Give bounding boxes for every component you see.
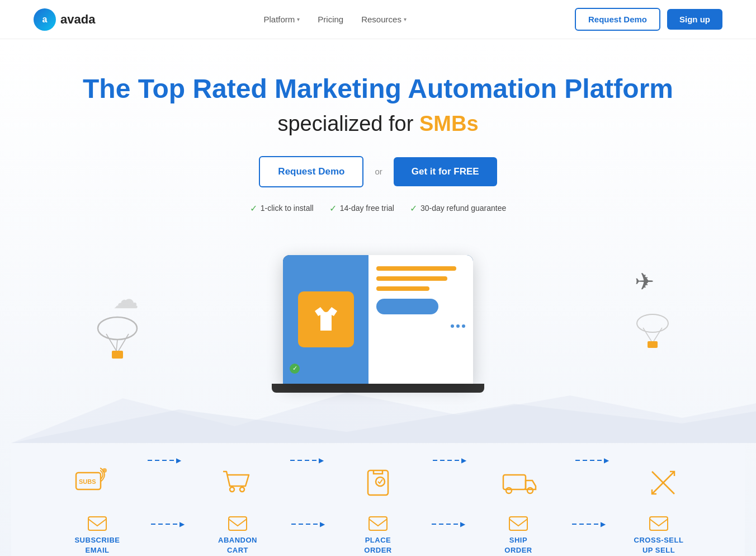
laptop-body: ✓ (272, 255, 484, 393)
shirt-icon (309, 303, 343, 336)
laptop-illustration: ☁ ✈ (11, 236, 745, 393)
dashed-arrow-1: ▶ (150, 520, 185, 550)
product-card-icon (298, 291, 354, 347)
nav-pricing[interactable]: Pricing (318, 15, 343, 24)
arrow-right-icon: ▶ (179, 520, 185, 528)
hero-title: The Top Rated Marketing Automation Platf… (11, 73, 745, 105)
mountain-svg (11, 387, 756, 443)
nav-actions: Request Demo Sign up (575, 8, 722, 31)
arrow-3: ▶ (431, 456, 467, 487)
step-ship (467, 466, 574, 500)
svg-point-14 (230, 487, 234, 492)
arrow-right-icon: ▶ (176, 456, 181, 464)
svg-point-13 (102, 468, 107, 473)
truck-icon (501, 466, 540, 500)
envelope-subscribe: SUBSCRIBE EMAIL (44, 516, 150, 555)
svg-rect-26 (509, 517, 527, 530)
nav-signup-button[interactable]: Sign up (667, 9, 722, 30)
chevron-down-icon: ▾ (297, 16, 300, 22)
arrow-right-icon: ▶ (601, 520, 606, 528)
hero-request-demo-button[interactable]: Request Demo (259, 156, 363, 187)
svg-point-20 (527, 488, 533, 493)
svg-text:SUBS: SUBS (79, 478, 96, 485)
screen-line-3 (376, 286, 429, 291)
workflow-section: SUBS ▶ (11, 445, 745, 556)
hero-badges: ✓ 1-click to install ✓ 14-day free trial… (11, 203, 745, 214)
envelope-icon (649, 516, 669, 531)
screen-dots (376, 324, 465, 328)
envelope-icon (228, 516, 248, 531)
envelope-ship: SHIP ORDER (465, 516, 571, 555)
logo-icon: a (34, 8, 56, 31)
step-subscribe: SUBS (40, 466, 146, 500)
screen-left-panel: ✓ (283, 255, 368, 384)
step-place (325, 466, 431, 500)
float-right-decor: ✈ (616, 268, 672, 359)
nav-links: Platform ▾ Pricing Resources ▾ (263, 15, 406, 24)
arrow-right-icon: ▶ (604, 456, 609, 464)
svg-line-6 (643, 328, 651, 341)
envelope-place: PLACE ORDER (325, 516, 431, 555)
dashed-arrow-3: ▶ (431, 520, 465, 550)
arrow-right-icon: ▶ (320, 520, 325, 528)
nav-request-demo-button[interactable]: Request Demo (575, 8, 660, 31)
svg-rect-23 (88, 517, 106, 530)
screen-line-2 (376, 276, 447, 281)
float-left-decor: ☁ (112, 284, 140, 365)
arrow-right-icon: ▶ (460, 520, 465, 528)
parachute-right-icon (633, 307, 672, 357)
airplane-icon: ✈ (616, 268, 672, 295)
check-icon: ✓ (250, 203, 257, 214)
envelope-icon (508, 516, 528, 531)
laptop-screen-area: ✓ (283, 255, 473, 384)
logo-text: avada (60, 12, 95, 27)
envelope-crosssell: CROSS-SELL UP SELL (606, 516, 712, 555)
hero-section: The Top Rated Marketing Automation Platf… (0, 39, 756, 556)
arrow-4: ▶ (574, 456, 610, 487)
dashed-arrow-4: ▶ (571, 520, 606, 550)
dashed-arrow-2: ▶ (291, 520, 325, 550)
envelope-icon (368, 516, 388, 531)
svg-rect-8 (648, 341, 658, 348)
navbar: a avada Platform ▾ Pricing Resources ▾ R… (0, 0, 756, 39)
badge-refund: ✓ 30-day refund guarantee (410, 203, 506, 214)
cart-icon (219, 466, 252, 500)
svg-point-0 (98, 317, 137, 340)
nav-platform[interactable]: Platform ▾ (263, 15, 300, 24)
arrow-right-icon: ▶ (319, 456, 324, 464)
arrow-2: ▶ (289, 456, 325, 487)
subscribe-icon: SUBS (73, 466, 112, 500)
clipboard-icon (361, 466, 395, 500)
cloud-icon: ☁ (113, 284, 139, 314)
hero-buttons: Request Demo or Get it for FREE (11, 156, 745, 187)
step-crosssell (610, 466, 716, 500)
check-icon: ✓ (329, 203, 337, 214)
envelope-icon (87, 516, 107, 531)
arrow-right-icon: ▶ (461, 456, 466, 464)
arrow-1: ▶ (146, 456, 182, 487)
svg-rect-24 (229, 517, 247, 530)
workflow-envelope-row: SUBSCRIBE EMAIL ▶ ABANDON CART (34, 516, 722, 555)
nav-resources[interactable]: Resources ▾ (361, 15, 407, 24)
svg-point-5 (637, 314, 668, 332)
svg-line-3 (116, 340, 117, 351)
workflow-icons-row: SUBS ▶ (34, 456, 722, 509)
svg-rect-25 (369, 517, 387, 530)
svg-line-2 (119, 334, 129, 351)
crosssell-icon (646, 466, 680, 500)
chevron-down-icon: ▾ (404, 16, 407, 22)
laptop-base (272, 384, 484, 393)
logo[interactable]: a avada (34, 8, 95, 31)
hero-get-free-button[interactable]: Get it for FREE (394, 157, 497, 186)
svg-point-15 (240, 487, 244, 492)
screen-line-1 (376, 266, 456, 271)
screen-add-to-cart-btn (376, 299, 438, 314)
svg-line-1 (106, 334, 116, 351)
svg-point-19 (506, 488, 512, 493)
envelope-abandon: ABANDON CART (185, 516, 291, 555)
check-icon: ✓ (410, 203, 417, 214)
mountain-bg (11, 387, 745, 445)
hero-subtitle: specialized for SMBs (11, 112, 745, 136)
step-abandon (182, 466, 289, 500)
svg-rect-27 (650, 517, 668, 530)
